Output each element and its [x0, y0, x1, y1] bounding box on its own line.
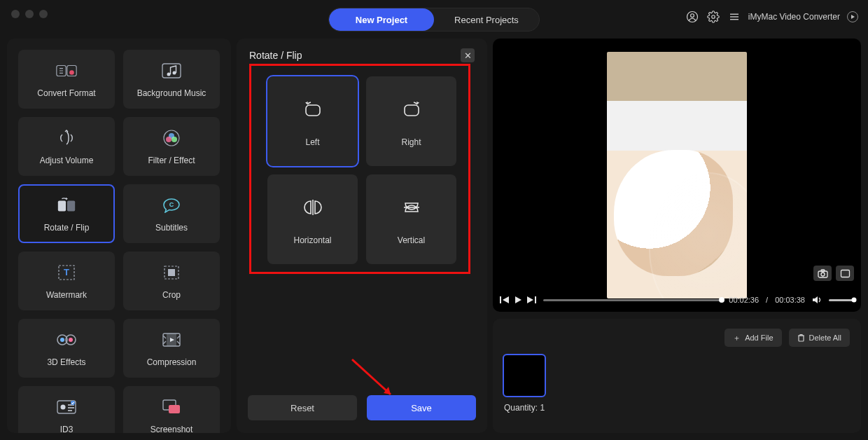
current-time-label: 00:02:36 [729, 296, 759, 304]
svg-marker-49 [503, 296, 509, 303]
tool-screenshot[interactable]: Screenshot [123, 386, 220, 433]
tool-label: 3D Effects [47, 357, 85, 367]
svg-rect-47 [841, 270, 849, 277]
app-name-label: iMyMac Video Converter [748, 12, 840, 22]
video-player-bar: 00:02:36 / 00:03:38 [493, 288, 861, 312]
quantity-value: 1 [540, 403, 545, 413]
three-d-effects-icon [56, 329, 77, 350]
tab-new-project[interactable]: New Project [329, 8, 434, 31]
plus-icon: ＋ [733, 333, 741, 343]
file-thumbnail[interactable] [504, 355, 545, 396]
tool-filter-effect[interactable]: Filter / Effect [123, 117, 220, 176]
tool-label: Adjust Volume [40, 156, 94, 165]
tools-sidebar: Convert Format Background Music Adjust V… [7, 39, 231, 433]
reset-button[interactable]: Reset [248, 395, 357, 420]
tool-watermark[interactable]: T Watermark [18, 252, 115, 310]
tool-label: Rotate / Flip [44, 223, 90, 233]
next-frame-button[interactable] [526, 296, 536, 304]
tool-label: Watermark [46, 290, 87, 300]
tool-crop[interactable]: Crop [123, 252, 220, 310]
adjust-volume-icon [56, 128, 77, 149]
window-controls [11, 10, 48, 18]
rotate-tile-label: Right [401, 137, 421, 147]
rotate-tile-label: Horizontal [293, 235, 331, 245]
subtitles-icon: C [161, 195, 182, 216]
svg-rect-46 [821, 270, 825, 272]
id3-icon [56, 397, 77, 418]
timeline-slider[interactable] [543, 299, 722, 301]
minimize-window-button[interactable] [25, 10, 34, 18]
compression-icon [161, 329, 182, 350]
screenshot-icon [161, 397, 182, 418]
flip-horizontal-tile[interactable]: Horizontal [267, 174, 358, 264]
svg-rect-52 [535, 296, 536, 303]
snapshot-button[interactable] [813, 266, 832, 281]
svg-line-42 [352, 359, 391, 394]
titlebar: New Project Recent Projects iMyMac Video… [0, 0, 868, 28]
tool-label: Filter / Effect [148, 156, 195, 165]
editor-title: Rotate / Flip [249, 50, 302, 61]
filter-effect-icon [161, 128, 182, 149]
delete-all-label: Delete All [809, 334, 841, 342]
play-button[interactable] [514, 296, 522, 304]
total-time-label: 00:03:38 [775, 296, 805, 304]
account-icon[interactable] [685, 10, 699, 24]
tool-subtitles[interactable]: C Subtitles [123, 184, 220, 243]
add-file-button[interactable]: ＋ Add File [724, 329, 781, 347]
svg-point-26 [60, 338, 64, 342]
rotate-left-icon [299, 95, 327, 123]
svg-point-8 [69, 70, 74, 75]
save-button[interactable]: Save [367, 395, 476, 420]
tool-adjust-volume[interactable]: Adjust Volume [18, 117, 115, 176]
svg-marker-50 [515, 296, 522, 303]
svg-point-27 [69, 338, 73, 342]
rotate-right-tile[interactable]: Right [366, 76, 456, 166]
close-window-button[interactable] [11, 10, 20, 18]
trash-icon [797, 334, 805, 342]
delete-all-button[interactable]: Delete All [789, 329, 850, 347]
flip-vertical-tile[interactable]: Vertical [366, 174, 456, 264]
titlebar-right: iMyMac Video Converter [685, 10, 858, 24]
tab-recent-projects[interactable]: Recent Projects [434, 8, 539, 31]
tool-convert-format[interactable]: Convert Format [18, 50, 115, 109]
rotate-tile-label: Left [305, 137, 319, 147]
tool-rotate-flip[interactable]: Rotate / Flip [18, 184, 115, 243]
svg-point-1 [690, 14, 694, 18]
flip-horizontal-icon [299, 193, 327, 221]
tool-id3[interactable]: ID3 [18, 386, 115, 433]
svg-point-2 [712, 15, 715, 19]
tool-compression[interactable]: Compression [123, 319, 220, 378]
svg-marker-43 [384, 387, 391, 394]
quantity-label: Quantity: [504, 403, 538, 413]
video-preview: 00:02:36 / 00:03:38 [493, 39, 861, 312]
tool-label: Screenshot [150, 425, 193, 433]
svg-point-10 [167, 73, 171, 76]
svg-marker-53 [813, 296, 818, 303]
rotate-left-tile[interactable]: Left [267, 76, 358, 166]
tool-background-music[interactable]: Background Music [123, 50, 220, 109]
svg-point-14 [166, 137, 172, 142]
project-tabs: New Project Recent Projects [328, 8, 540, 32]
main-layout: Convert Format Background Music Adjust V… [0, 39, 868, 440]
rotate-right-icon [398, 95, 426, 123]
menu-icon[interactable] [727, 10, 741, 24]
close-editor-button[interactable]: ✕ [461, 48, 475, 62]
tool-label: Background Music [137, 88, 206, 98]
gear-icon[interactable] [706, 10, 720, 24]
tool-3d-effects[interactable]: 3D Effects [18, 319, 115, 378]
video-frame [607, 52, 747, 298]
rotate-tile-label: Vertical [398, 235, 425, 245]
svg-rect-17 [67, 200, 75, 211]
volume-icon[interactable] [812, 296, 822, 304]
svg-text:C: C [169, 201, 174, 208]
volume-slider[interactable] [829, 299, 854, 301]
svg-marker-18 [66, 198, 68, 200]
right-column: 00:02:36 / 00:03:38 ＋ Add File [493, 39, 861, 433]
fullscreen-button[interactable] [836, 266, 854, 281]
app-play-icon [847, 11, 858, 22]
svg-rect-35 [169, 405, 180, 413]
zoom-window-button[interactable] [39, 10, 48, 18]
crop-icon [161, 262, 182, 283]
svg-rect-36 [306, 105, 320, 116]
prev-frame-button[interactable] [500, 296, 510, 304]
